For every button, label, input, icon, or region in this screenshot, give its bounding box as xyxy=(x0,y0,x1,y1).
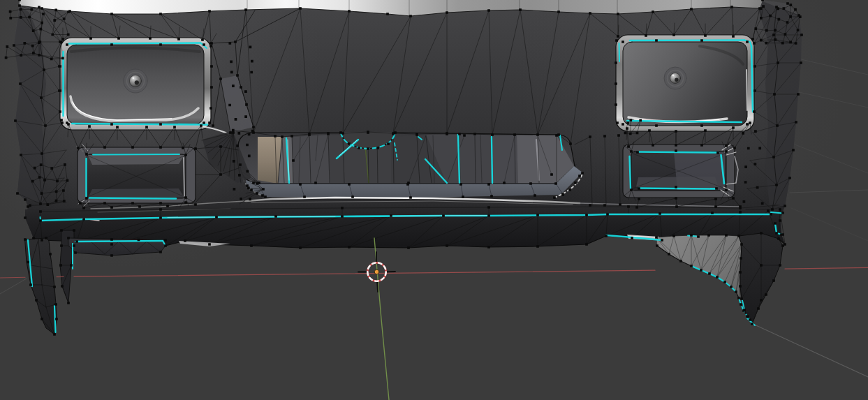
signal-pocket-left-shape xyxy=(88,155,184,165)
axis-x-red-line xyxy=(0,277,25,278)
sharp-edges-shape xyxy=(639,188,716,189)
sharp-edges-shape xyxy=(72,124,207,125)
signal-pocket-right-shape xyxy=(636,177,719,187)
sharp-edges-shape xyxy=(630,40,744,41)
sharp-edges-shape xyxy=(630,156,631,188)
headlight-left xyxy=(60,38,230,135)
sharp-edges-shape xyxy=(93,154,179,155)
grille-opening-shape xyxy=(492,135,518,184)
grille-opening-shape xyxy=(292,135,330,184)
headlight-right-shape xyxy=(670,73,681,84)
viewport-canvas[interactable] xyxy=(0,0,868,400)
origin-point-dot xyxy=(374,269,379,274)
sharp-edges-shape xyxy=(75,241,163,242)
sharp-edges-shape xyxy=(69,43,200,44)
sharp-edges-shape xyxy=(89,198,176,199)
headlight-right-shape xyxy=(746,70,747,110)
headlight-right xyxy=(616,35,754,131)
signal-pocket-left-shape xyxy=(184,158,184,196)
headlight-right-shape xyxy=(675,78,678,82)
3d-viewport[interactable] xyxy=(0,0,868,400)
sharp-edges-shape xyxy=(619,43,620,61)
headlight-right-shape xyxy=(672,74,674,76)
headlight-left-shape xyxy=(135,80,139,84)
headlight-left-shape xyxy=(132,77,134,79)
sharp-edges-shape xyxy=(771,212,783,214)
sharp-edges-shape xyxy=(492,137,492,183)
signal-pocket-left-shape xyxy=(88,188,184,198)
sharp-edges-shape xyxy=(638,152,719,153)
scene-root xyxy=(0,0,868,400)
